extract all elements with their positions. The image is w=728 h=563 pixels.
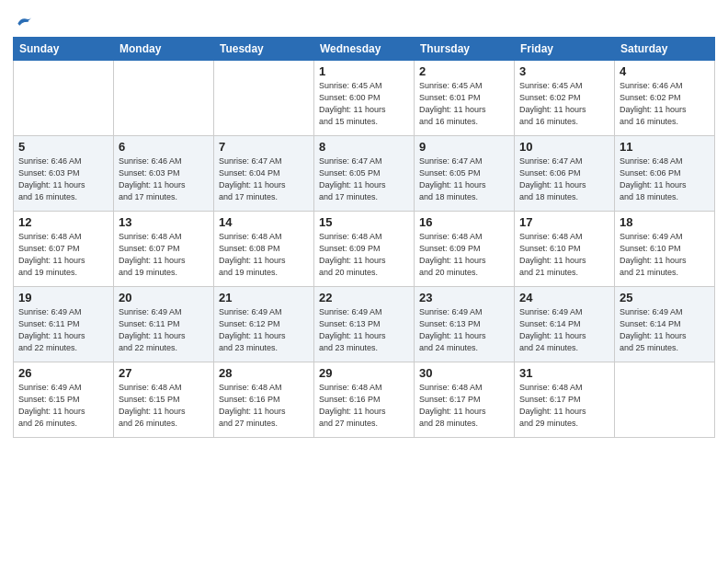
calendar-cell: 27Sunrise: 6:48 AM Sunset: 6:15 PM Dayli… (114, 362, 214, 438)
calendar-cell: 5Sunrise: 6:46 AM Sunset: 6:03 PM Daylig… (14, 136, 114, 212)
day-number: 22 (319, 291, 409, 304)
day-info: Sunrise: 6:48 AM Sunset: 6:09 PM Dayligh… (319, 231, 409, 279)
calendar-cell: 25Sunrise: 6:49 AM Sunset: 6:14 PM Dayli… (615, 287, 715, 362)
day-info: Sunrise: 6:49 AM Sunset: 6:12 PM Dayligh… (219, 306, 309, 354)
calendar-page: SundayMondayTuesdayWednesdayThursdayFrid… (0, 0, 728, 563)
day-number: 29 (319, 366, 409, 380)
calendar-cell: 22Sunrise: 6:49 AM Sunset: 6:13 PM Dayli… (314, 287, 415, 362)
day-number: 27 (119, 366, 209, 380)
calendar-cell: 9Sunrise: 6:47 AM Sunset: 6:05 PM Daylig… (415, 136, 515, 212)
day-info: Sunrise: 6:48 AM Sunset: 6:08 PM Dayligh… (219, 231, 309, 279)
calendar-cell: 2Sunrise: 6:45 AM Sunset: 6:01 PM Daylig… (415, 61, 515, 136)
logo-bird-icon (15, 13, 33, 31)
calendar-cell: 23Sunrise: 6:49 AM Sunset: 6:13 PM Dayli… (415, 287, 515, 362)
day-number: 9 (419, 140, 509, 154)
calendar-cell: 6Sunrise: 6:46 AM Sunset: 6:03 PM Daylig… (114, 136, 214, 212)
header-friday: Friday (515, 38, 615, 61)
day-number: 21 (219, 291, 309, 304)
calendar-cell: 1Sunrise: 6:45 AM Sunset: 6:00 PM Daylig… (314, 61, 415, 136)
day-info: Sunrise: 6:48 AM Sunset: 6:17 PM Dayligh… (419, 382, 509, 430)
day-info: Sunrise: 6:49 AM Sunset: 6:11 PM Dayligh… (119, 306, 209, 354)
day-number: 31 (519, 366, 609, 380)
header-wednesday: Wednesday (314, 38, 415, 61)
header-sunday: Sunday (14, 38, 114, 61)
day-number: 16 (419, 215, 509, 229)
day-number: 13 (119, 215, 209, 229)
calendar-cell: 15Sunrise: 6:48 AM Sunset: 6:09 PM Dayli… (314, 212, 415, 287)
calendar-cell: 3Sunrise: 6:45 AM Sunset: 6:02 PM Daylig… (515, 61, 615, 136)
calendar-cell: 16Sunrise: 6:48 AM Sunset: 6:09 PM Dayli… (415, 212, 515, 287)
day-info: Sunrise: 6:47 AM Sunset: 6:06 PM Dayligh… (519, 155, 609, 203)
calendar-cell (114, 61, 214, 136)
day-number: 11 (620, 140, 710, 154)
day-number: 26 (18, 366, 108, 380)
calendar-week-5: 26Sunrise: 6:49 AM Sunset: 6:15 PM Dayli… (14, 362, 715, 438)
calendar-cell: 8Sunrise: 6:47 AM Sunset: 6:05 PM Daylig… (314, 136, 415, 212)
logo (13, 13, 33, 31)
calendar-cell: 28Sunrise: 6:48 AM Sunset: 6:16 PM Dayli… (214, 362, 314, 438)
day-info: Sunrise: 6:46 AM Sunset: 6:02 PM Dayligh… (620, 80, 710, 128)
calendar-cell: 14Sunrise: 6:48 AM Sunset: 6:08 PM Dayli… (214, 212, 314, 287)
day-number: 19 (18, 291, 108, 304)
header-saturday: Saturday (615, 38, 715, 61)
day-number: 4 (620, 64, 710, 78)
day-info: Sunrise: 6:47 AM Sunset: 6:05 PM Dayligh… (419, 155, 509, 203)
calendar-cell: 19Sunrise: 6:49 AM Sunset: 6:11 PM Dayli… (14, 287, 114, 362)
day-number: 30 (419, 366, 509, 380)
calendar-cell (214, 61, 314, 136)
day-info: Sunrise: 6:48 AM Sunset: 6:07 PM Dayligh… (18, 231, 108, 279)
calendar-week-2: 5Sunrise: 6:46 AM Sunset: 6:03 PM Daylig… (14, 136, 715, 212)
day-number: 24 (519, 291, 609, 304)
day-info: Sunrise: 6:47 AM Sunset: 6:05 PM Dayligh… (319, 155, 409, 203)
day-info: Sunrise: 6:48 AM Sunset: 6:06 PM Dayligh… (620, 155, 710, 203)
calendar-cell: 4Sunrise: 6:46 AM Sunset: 6:02 PM Daylig… (615, 61, 715, 136)
day-info: Sunrise: 6:45 AM Sunset: 6:01 PM Dayligh… (419, 80, 509, 128)
day-info: Sunrise: 6:49 AM Sunset: 6:14 PM Dayligh… (620, 306, 710, 354)
day-number: 18 (620, 215, 710, 229)
calendar-cell: 21Sunrise: 6:49 AM Sunset: 6:12 PM Dayli… (214, 287, 314, 362)
day-number: 10 (519, 140, 609, 154)
day-number: 1 (319, 64, 409, 78)
day-number: 20 (119, 291, 209, 304)
day-info: Sunrise: 6:49 AM Sunset: 6:13 PM Dayligh… (319, 306, 409, 354)
day-info: Sunrise: 6:46 AM Sunset: 6:03 PM Dayligh… (18, 155, 108, 203)
calendar-cell: 29Sunrise: 6:48 AM Sunset: 6:16 PM Dayli… (314, 362, 415, 438)
calendar-cell: 13Sunrise: 6:48 AM Sunset: 6:07 PM Dayli… (114, 212, 214, 287)
day-info: Sunrise: 6:48 AM Sunset: 6:16 PM Dayligh… (219, 382, 309, 430)
day-info: Sunrise: 6:48 AM Sunset: 6:09 PM Dayligh… (419, 231, 509, 279)
calendar-table: SundayMondayTuesdayWednesdayThursdayFrid… (13, 37, 715, 438)
day-number: 8 (319, 140, 409, 154)
day-number: 28 (219, 366, 309, 380)
calendar-cell: 12Sunrise: 6:48 AM Sunset: 6:07 PM Dayli… (14, 212, 114, 287)
day-number: 14 (219, 215, 309, 229)
calendar-cell: 18Sunrise: 6:49 AM Sunset: 6:10 PM Dayli… (615, 212, 715, 287)
day-info: Sunrise: 6:49 AM Sunset: 6:13 PM Dayligh… (419, 306, 509, 354)
calendar-cell (615, 362, 715, 438)
day-number: 2 (419, 64, 509, 78)
day-info: Sunrise: 6:47 AM Sunset: 6:04 PM Dayligh… (219, 155, 309, 203)
day-number: 17 (519, 215, 609, 229)
calendar-cell: 17Sunrise: 6:48 AM Sunset: 6:10 PM Dayli… (515, 212, 615, 287)
calendar-cell: 31Sunrise: 6:48 AM Sunset: 6:17 PM Dayli… (515, 362, 615, 438)
header-monday: Monday (114, 38, 214, 61)
header-tuesday: Tuesday (214, 38, 314, 61)
calendar-week-4: 19Sunrise: 6:49 AM Sunset: 6:11 PM Dayli… (14, 287, 715, 362)
day-info: Sunrise: 6:48 AM Sunset: 6:16 PM Dayligh… (319, 382, 409, 430)
calendar-cell: 7Sunrise: 6:47 AM Sunset: 6:04 PM Daylig… (214, 136, 314, 212)
day-number: 7 (219, 140, 309, 154)
day-number: 3 (519, 64, 609, 78)
day-info: Sunrise: 6:48 AM Sunset: 6:07 PM Dayligh… (119, 231, 209, 279)
calendar-cell (14, 61, 114, 136)
day-number: 5 (18, 140, 108, 154)
day-info: Sunrise: 6:48 AM Sunset: 6:15 PM Dayligh… (119, 382, 209, 430)
calendar-header-row: SundayMondayTuesdayWednesdayThursdayFrid… (14, 38, 715, 61)
day-info: Sunrise: 6:49 AM Sunset: 6:14 PM Dayligh… (519, 306, 609, 354)
day-number: 15 (319, 215, 409, 229)
day-info: Sunrise: 6:46 AM Sunset: 6:03 PM Dayligh… (119, 155, 209, 203)
day-number: 23 (419, 291, 509, 304)
calendar-cell: 20Sunrise: 6:49 AM Sunset: 6:11 PM Dayli… (114, 287, 214, 362)
calendar-cell: 30Sunrise: 6:48 AM Sunset: 6:17 PM Dayli… (415, 362, 515, 438)
day-info: Sunrise: 6:48 AM Sunset: 6:10 PM Dayligh… (519, 231, 609, 279)
calendar-week-3: 12Sunrise: 6:48 AM Sunset: 6:07 PM Dayli… (14, 212, 715, 287)
header (13, 9, 715, 31)
